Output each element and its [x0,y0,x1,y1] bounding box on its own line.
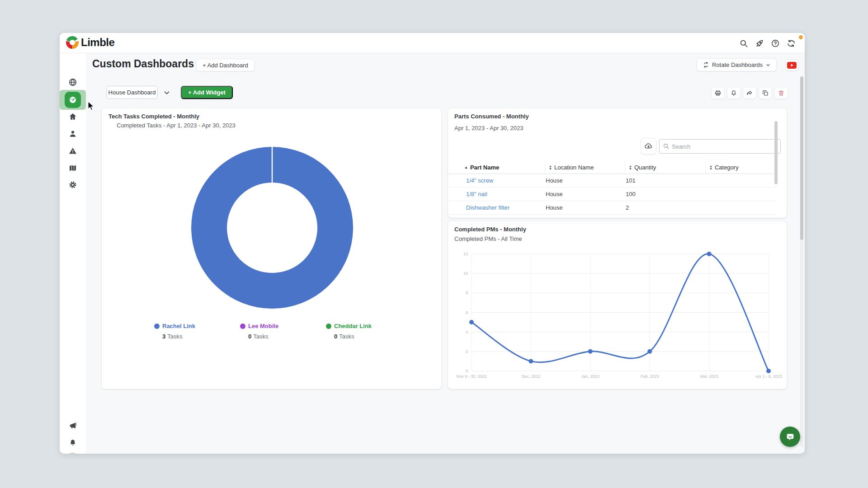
sidebar-item-people-icon[interactable] [68,129,77,138]
svg-text:10: 10 [463,271,468,276]
column-label: Category [715,164,739,171]
help-icon[interactable] [771,39,780,48]
search-input[interactable] [659,139,781,154]
widget-actions [711,87,788,99]
print-icon [714,89,722,97]
quantity-cell: 101 [625,177,705,184]
app-window: Limble [60,33,805,454]
column-header-part-name[interactable]: ▲Part Name [461,161,545,174]
page-scrollbar-thumb[interactable] [800,76,803,240]
rotate-icon [703,61,709,68]
part-name-link[interactable]: Dishwasher filter [461,204,545,211]
widget-completed-pms: Completed PMs - Monthly Completed PMs - … [448,221,787,389]
svg-text:Feb, 2023: Feb, 2023 [641,374,659,379]
legend-label: Cheddar Link [334,323,372,329]
dashboard-select-chevron-icon[interactable] [163,89,171,97]
dashboard-select[interactable]: House Dashboard [106,86,158,99]
widget-subtitle: Apr 1, 2023 - Apr 30, 2023 [454,125,524,131]
add-dashboard-button[interactable]: + Add Dashboard [196,59,255,71]
part-name-link[interactable]: 1/8" nail [461,191,545,197]
topbar-actions [739,33,796,53]
youtube-button[interactable] [785,59,798,71]
table-header-row: ▲Part Name▲▼Location Name▲▼Quantity▲▼Cat… [448,161,777,174]
brand-name: Limble [81,36,114,49]
part-name-link[interactable]: 1/4" screw [461,177,545,184]
widget-parts-consumed: Parts Consumed - Monthly Apr 1, 2023 - A… [448,108,787,218]
widget-tech-tasks: Tech Tasks Completed - Monthly Completed… [102,108,441,389]
top-bar: Limble [60,33,805,53]
column-header-quantity[interactable]: ▲▼Quantity [625,161,705,174]
quantity-cell: 100 [625,191,705,197]
legend-dot [240,324,245,329]
duplicate-button[interactable] [759,87,772,99]
column-header-location-name[interactable]: ▲▼Location Name [545,161,625,174]
legend-label: Rachel Link [162,323,195,329]
add-widget-button[interactable]: + Add Widget [181,86,233,99]
chat-support-button[interactable] [780,427,800,447]
widget-title: Parts Consumed - Monthly [454,113,529,120]
svg-text:Apr 1 - 6, 2023: Apr 1 - 6, 2023 [755,374,782,379]
chat-bubble-icon [785,432,795,442]
column-label: Quantity [634,164,656,171]
cloud-download-icon [644,142,653,150]
alerts-button[interactable] [727,87,741,99]
svg-text:8: 8 [466,291,468,295]
svg-text:4: 4 [466,330,468,334]
svg-text:0: 0 [466,369,468,373]
export-download-button[interactable] [641,138,656,155]
refresh-icon[interactable] [787,39,796,48]
widget-title: Completed PMs - Monthly [454,226,526,233]
table-row: 1/4" screwHouse101 [448,174,777,188]
svg-text:Dec, 2022: Dec, 2022 [522,374,540,379]
widget-subtitle: Completed Tasks - Apr 1, 2023 - Apr 30, … [117,122,236,129]
sort-icon: ▲▼ [549,165,552,170]
sidebar-item-map-icon[interactable] [68,164,77,173]
svg-text:2: 2 [466,349,468,354]
sort-ascending-icon: ▲ [464,166,468,169]
main-content: Custom Dashboards + Add Dashboard Rotate… [86,53,805,454]
trash-icon [778,89,785,97]
svg-text:6: 6 [466,310,468,315]
print-button[interactable] [711,87,725,99]
column-header-category[interactable]: ▲▼Category [705,161,777,174]
sort-icon: ▲▼ [629,165,632,170]
table-scrollbar-thumb[interactable] [774,121,778,184]
sidebar-item-settings-icon[interactable] [68,180,77,189]
legend-dot [326,324,331,329]
svg-text:Mar, 2023: Mar, 2023 [700,374,718,379]
user-avatar[interactable] [66,453,80,454]
chevron-down-icon [765,62,771,68]
limble-logo-icon [66,36,79,49]
notification-dot [799,35,803,39]
announcements-megaphone-icon[interactable] [68,421,77,430]
sidebar-item-globe-icon[interactable] [68,78,77,87]
rotate-dashboards-button[interactable]: Rotate Dashboards [697,58,777,71]
sidebar-item-alerts-icon[interactable] [68,146,77,155]
delete-button[interactable] [774,87,788,99]
column-label: Location Name [554,164,594,171]
search-icon [663,143,670,150]
sidebar-item-home-icon[interactable] [68,112,77,121]
legend-dot [154,324,160,329]
svg-text:Jan, 2023: Jan, 2023 [581,374,599,379]
notifications-bell-icon[interactable] [68,438,77,447]
legend-count: 0Tasks [248,333,268,340]
svg-text:12: 12 [463,252,468,256]
widget-title: Tech Tasks Completed - Monthly [108,113,199,120]
share-icon [746,89,753,97]
bell-icon [730,89,737,97]
brand-logo[interactable]: Limble [66,36,114,49]
legend-label: Lee Mobile [248,323,278,329]
youtube-icon [787,62,797,69]
search-icon[interactable] [739,39,748,48]
rocket-icon[interactable] [755,39,764,48]
legend-count: 0Tasks [334,333,354,340]
location-cell: House [545,191,625,197]
sidebar-nav [60,53,86,454]
share-button[interactable] [743,87,756,99]
table-search [659,139,781,154]
copy-icon [762,89,769,97]
sidebar-item-dashboards-icon[interactable] [65,92,81,108]
line-chart: 024681012Nov 9 - 30, 2022Dec, 2022Jan, 2… [454,247,780,382]
svg-text:Nov 9 - 30, 2022: Nov 9 - 30, 2022 [457,374,487,379]
